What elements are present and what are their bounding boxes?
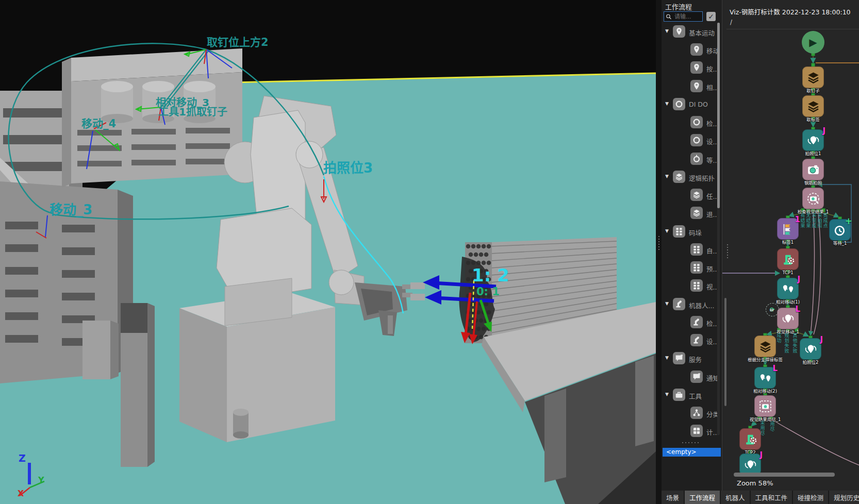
tree-item-di-do[interactable]: ▼DI DO (662, 96, 722, 113)
expand-arrow-icon[interactable]: ▼ (665, 174, 669, 179)
tree-item-task[interactable]: 任... (662, 187, 722, 204)
tree-item-relative[interactable]: 相... (662, 78, 722, 95)
axis-x-label: X (18, 490, 24, 498)
workflow-graph-panel[interactable]: Viz-钢筋打标计数 2022-12-23 18:00:10 / (722, 0, 859, 491)
graph-horizontal-scrollbar[interactable] (734, 473, 835, 477)
tree-item-check-robot[interactable]: 检... (662, 314, 722, 331)
tree-item-basic-motion[interactable]: ▼基本运动 (662, 24, 722, 40)
expand-arrow-icon[interactable]: ▼ (665, 28, 669, 33)
tree-item-tools[interactable]: ▼工具 (662, 387, 722, 404)
waypoint-label-move-4: 移动_4 (81, 119, 116, 129)
di-timer-icon (690, 153, 703, 165)
tree-scrollbar[interactable] (717, 23, 720, 435)
node-take-nails[interactable]: 取钉子 (802, 66, 824, 88)
tree-item-preset-pallet[interactable]: 预... (662, 260, 722, 276)
pin-icon (673, 25, 685, 38)
tree-item-vision-pallet[interactable]: 视... (662, 278, 722, 294)
tree-item-logic-topology[interactable]: ▼逻辑拓扑 (662, 169, 722, 186)
tab-collision-detect[interactable]: 碰撞检测 (793, 491, 828, 504)
tree-resize-grip-icon[interactable] (682, 442, 699, 443)
edge-label-plan-failed: 规划失败 (784, 333, 788, 354)
expand-arrow-icon[interactable]: ▼ (665, 101, 669, 106)
workflow-library-panel: 工作流程 ✓ ▼基本运动 移动 按... 相... ▼DI DO 检... 设.… (662, 0, 722, 491)
tab-workflow[interactable]: 工作流程 (685, 491, 720, 504)
search-box[interactable] (664, 11, 703, 22)
pallet-edit-icon (690, 243, 703, 256)
tree-item-robot[interactable]: ▼机器人... (662, 296, 722, 313)
edge-label-not-photographed: 未拍照 (817, 213, 821, 228)
node-photo-pos-2[interactable]: J拍照位2 (800, 338, 821, 360)
tree-item-set-do[interactable]: 设... (662, 132, 722, 149)
tree-scrollbar-thumb[interactable] (717, 23, 720, 208)
graph-vertical-scrollbar[interactable] (724, 298, 726, 406)
application-window: 取钉位上方2 相对移动_3 工具1抓取钉子 移动_4 拍照位3 移动_3 1: … (0, 0, 859, 504)
node-photo-pos-3[interactable]: J (739, 453, 761, 475)
count-label-small: 0: 1 (476, 287, 500, 297)
node-relative-move-1[interactable]: J相对移动(1) (777, 278, 799, 299)
node-wait-1[interactable]: +等待_1 (829, 219, 851, 241)
edge-label-points-done: 完成点 (822, 213, 827, 228)
tree-item-set-robot[interactable]: 设... (662, 332, 722, 349)
tab-scene[interactable]: 场景 (662, 491, 684, 504)
loop-di-badge: ⟳DI (766, 303, 779, 316)
tree-item-custom-pallet[interactable]: 自... (662, 242, 722, 258)
edge-label-no-result: 无结果 (805, 213, 810, 228)
node-branch-weld-label[interactable]: 根据分支焊接标签 (754, 335, 776, 357)
node-check-vision-result[interactable]: 检查视觉结果_1 (802, 188, 824, 209)
tree-item-wait-di[interactable]: 等... (662, 151, 722, 167)
pin-pair-icon (781, 282, 795, 296)
node-vision-move-1[interactable]: L视觉移动_1 (777, 308, 799, 329)
expand-arrow-icon[interactable]: ▼ (665, 355, 669, 360)
classify-icon (690, 407, 703, 419)
tree-item-classify[interactable]: 分类 (662, 405, 722, 422)
tree-item-service[interactable]: ▼服务 (662, 350, 722, 367)
tree-item-exit[interactable]: 退... (662, 205, 722, 222)
tree-item-move-by[interactable]: 按... (662, 60, 722, 76)
run-button[interactable]: ▶ (802, 31, 824, 54)
tab-tools-workpieces[interactable]: 工具和工件 (751, 491, 792, 504)
robot-gear-icon (744, 432, 757, 446)
toolbox-icon (673, 389, 685, 401)
tab-plan-history[interactable]: 规划历史 (829, 491, 859, 504)
node-take-label[interactable]: 取标签 (802, 95, 824, 117)
axis-y-label: Y (38, 476, 44, 484)
node-tcp-1[interactable]: TCP1 (777, 248, 799, 270)
3d-viewport[interactable]: 取钉位上方2 相对移动_3 工具1抓取钉子 移动_4 拍照位3 移动_3 1: … (0, 0, 656, 504)
search-input[interactable] (673, 13, 702, 21)
node-tcp-2[interactable]: TCP2 (739, 428, 761, 450)
expand-arrow-icon[interactable]: ▼ (665, 392, 669, 397)
node-tag-1[interactable]: 1标签1 (777, 218, 799, 240)
camera-dashed-icon (758, 399, 772, 413)
layers-icon (758, 340, 772, 354)
node-vision-result-exhausted[interactable]: 视觉结果用尽_1 (754, 395, 776, 417)
tree-item-palletizing[interactable]: ▼码垛 (662, 224, 722, 240)
splitter-grip-icon[interactable] (726, 244, 729, 258)
layers-icon (690, 189, 703, 201)
expand-arrow-icon[interactable]: ▼ (665, 228, 669, 233)
expand-arrow-icon[interactable]: ▼ (665, 301, 669, 306)
pin-pair-icon (690, 80, 703, 92)
search-icon (666, 13, 672, 20)
robot-search-icon (690, 316, 703, 328)
tree-item-move[interactable]: 移动 (662, 42, 722, 58)
tree-item-check-di[interactable]: 检... (662, 114, 722, 131)
layers-icon (673, 171, 685, 183)
node-rebar-photo[interactable]: 钢筋拍照 (802, 159, 824, 180)
scene-canvas (0, 0, 656, 504)
tab-robot[interactable]: 机器人 (721, 491, 750, 504)
layers-icon (806, 99, 820, 113)
count-label-big: 1: 2 (472, 266, 509, 284)
viewport-panel-splitter[interactable] (656, 0, 662, 504)
tree-item-counter[interactable]: 计... (662, 423, 722, 440)
filter-checkbox[interactable]: ✓ (706, 12, 716, 21)
waypoint-label-move-3: 移动_3 (49, 203, 92, 216)
tree-item-notify[interactable]: 通知 (662, 369, 722, 385)
node-relative-move-2[interactable]: L相对移动(2) (754, 367, 776, 389)
chat-icon (673, 352, 685, 364)
pin-path-icon (744, 458, 757, 472)
node-photo-pos-1[interactable]: J拍照位1 (802, 129, 824, 151)
bottom-tab-bar: 场景 工作流程 机器人 工具和工件 碰撞检测 规划历史 其他 (662, 491, 859, 504)
empty-selection-item[interactable]: <empty> (663, 448, 721, 457)
pin-path-icon (804, 342, 818, 356)
splitter-grip-icon[interactable] (658, 236, 660, 250)
